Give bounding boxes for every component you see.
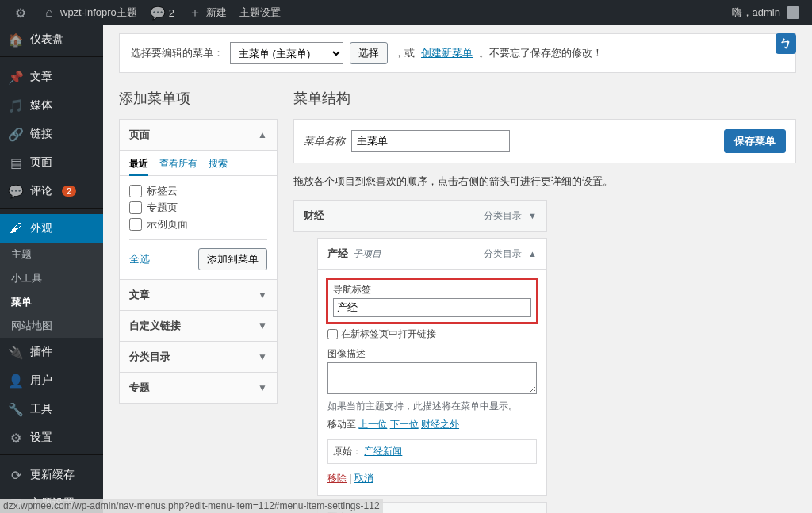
submenu-themes[interactable]: 主题 <box>0 243 103 266</box>
gear-icon: ⚙ <box>8 430 24 446</box>
sidebar-label: 链接 <box>30 127 52 141</box>
check-item-0[interactable]: 标签云 <box>129 184 267 198</box>
menu-header-bar: 菜单名称 保存菜单 <box>293 119 796 163</box>
theme-settings-link[interactable]: 主题设置 <box>233 0 287 25</box>
original-link[interactable]: 产经新闻 <box>364 446 402 457</box>
wrench-icon: 🔧 <box>8 401 24 417</box>
create-new-link[interactable]: 创建新菜单 <box>421 46 473 60</box>
dashboard-icon: 🏠 <box>8 32 24 48</box>
menu-item-settings: 导航标签 在新标签页中打开链接 图像描述 如果当前主题支持，此描述将在菜单中显示… <box>317 270 547 496</box>
image-desc-textarea[interactable] <box>327 362 537 394</box>
menu-select-bar: 选择要编辑的菜单： 主菜单 (主菜单) 选择 ，或 创建新菜单 。不要忘了保存您… <box>119 33 796 73</box>
select-all-link[interactable]: 全选 <box>129 252 150 266</box>
checkbox[interactable] <box>129 218 142 231</box>
sidebar-label: 插件 <box>30 345 52 359</box>
tab-recent[interactable]: 最近 <box>129 157 148 176</box>
sidebar-item-comments[interactable]: 💬评论2 <box>0 177 103 205</box>
nav-label: 导航标签 <box>333 283 531 297</box>
check-label: 标签云 <box>147 184 178 198</box>
sidebar-item-pages[interactable]: ▤页面 <box>0 148 103 177</box>
admin-sidebar: 🏠仪表盘 📌文章 🎵媒体 🔗链接 ▤页面 💬评论2 🖌外观 主题 小工具 菜单 … <box>0 25 103 513</box>
highlight-nav-label: 导航标签 <box>326 278 538 324</box>
select-menu-label: 选择要编辑的菜单： <box>131 46 224 60</box>
sidebar-item-media[interactable]: 🎵媒体 <box>0 91 103 120</box>
add-to-menu-button[interactable]: 添加到菜单 <box>198 248 267 270</box>
sidebar-item-tools[interactable]: 🔧工具 <box>0 395 103 423</box>
check-item-1[interactable]: 专题页 <box>129 201 267 215</box>
browser-status-url: dzx.wpmee.com/wp-admin/nav-menus.php?edi… <box>0 499 383 513</box>
move-down-link[interactable]: 下一位 <box>390 419 419 430</box>
image-desc-label: 图像描述 <box>327 347 537 361</box>
greeting: 嗨，admin <box>732 6 780 20</box>
accordion-head-custom[interactable]: 自定义链接▼ <box>119 310 278 342</box>
menu-name-input[interactable] <box>351 130 510 152</box>
check-item-2[interactable]: 示例页面 <box>129 217 267 232</box>
tab-viewall[interactable]: 查看所有 <box>159 157 197 170</box>
home-icon: ⌂ <box>41 5 57 21</box>
chevron-up-icon: ▲ <box>258 129 267 140</box>
item-type: 分类目录 <box>484 209 522 223</box>
desc-hint: 如果当前主题支持，此描述将在菜单中显示。 <box>327 400 537 413</box>
checkbox[interactable] <box>129 185 142 197</box>
sidebar-item-links[interactable]: 🔗链接 <box>0 120 103 148</box>
sidebar-item-cache[interactable]: ⟳更新缓存 <box>0 461 103 489</box>
new-tab-checkbox[interactable] <box>327 329 338 339</box>
cancel-link[interactable]: 取消 <box>354 473 373 484</box>
original-label: 原始： <box>333 446 362 457</box>
item-type: 分类目录 <box>484 247 522 261</box>
plus-icon: ＋ <box>187 5 203 21</box>
user-icon: 👤 <box>8 373 24 389</box>
submenu-menus[interactable]: 菜单 <box>0 290 103 314</box>
sidebar-item-users[interactable]: 👤用户 <box>0 366 103 395</box>
account-link[interactable]: 嗨，admin <box>726 0 806 25</box>
plugin-icon: 🔌 <box>8 344 24 360</box>
sidebar-item-appearance[interactable]: 🖌外观 <box>0 214 103 243</box>
menu-items-list: 财经 分类目录▼ 产经 子项目 分类目录▲ 导航标签 <box>293 200 796 513</box>
accordion-head-posts[interactable]: 文章▼ <box>119 279 278 311</box>
remove-link[interactable]: 移除 <box>327 473 347 484</box>
select-button[interactable]: 选择 <box>350 42 388 64</box>
sidebar-item-dashboard[interactable]: 🏠仪表盘 <box>0 25 103 54</box>
move-out-link[interactable]: 财经之外 <box>421 419 459 430</box>
media-icon: 🎵 <box>8 98 24 113</box>
sidebar-item-settings[interactable]: ⚙设置 <box>0 423 103 452</box>
sidebar-item-posts[interactable]: 📌文章 <box>0 63 103 91</box>
new-tab-label: 在新标签页中打开链接 <box>341 327 436 341</box>
theme-settings-label: 主题设置 <box>239 6 281 20</box>
menu-item-row[interactable]: 财经 分类目录▼ <box>293 200 547 232</box>
item-subtext: 子项目 <box>353 247 381 261</box>
comments-link[interactable]: 💬2 <box>144 0 181 25</box>
drag-hint: 拖放各个项目到您喜欢的顺序，点击右侧的箭头可进行更详细的设置。 <box>293 174 796 189</box>
new-link[interactable]: ＋新建 <box>181 0 233 25</box>
nav-label-input[interactable] <box>333 298 531 317</box>
accordion-head-topics[interactable]: 专题▼ <box>119 372 278 404</box>
submenu-sitemap[interactable]: 网站地图 <box>0 314 103 338</box>
sidebar-label: 媒体 <box>30 98 52 113</box>
or-text: ，或 <box>394 46 415 60</box>
menu-select[interactable]: 主菜单 (主菜单) <box>230 42 343 64</box>
move-up-link[interactable]: 上一位 <box>358 419 387 430</box>
accordion-label: 页面 <box>129 128 150 142</box>
wordpress-icon: ⚙ <box>13 5 29 21</box>
accordion-head-pages[interactable]: 页面▲ <box>119 119 278 151</box>
accordion-head-categories[interactable]: 分类目录▼ <box>119 341 278 373</box>
comment-badge: 2 <box>62 186 76 197</box>
sidebar-label: 仪表盘 <box>30 33 63 47</box>
sidebar-label: 用户 <box>30 373 52 388</box>
new-label: 新建 <box>206 6 227 20</box>
chevron-down-icon: ▼ <box>258 320 267 331</box>
submenu-widgets[interactable]: 小工具 <box>0 266 103 290</box>
chevron-up-icon: ▲ <box>528 249 537 258</box>
ime-indicator[interactable]: ㄅ <box>776 33 796 54</box>
site-link[interactable]: ⌂wpzt-infopro主题 <box>35 0 144 25</box>
move-label: 移动至 <box>327 419 356 430</box>
check-label: 示例页面 <box>147 217 188 232</box>
tab-search[interactable]: 搜索 <box>209 157 228 170</box>
sidebar-item-plugins[interactable]: 🔌插件 <box>0 338 103 366</box>
page-check-list: 标签云 专题页 示例页面 <box>129 184 267 232</box>
menu-item-row[interactable]: 产经 子项目 分类目录▲ <box>317 238 547 270</box>
checkbox[interactable] <box>129 201 142 214</box>
save-menu-button[interactable]: 保存菜单 <box>724 129 786 153</box>
dont-forget-text: 。不要忘了保存您的修改！ <box>479 46 603 60</box>
wp-logo[interactable]: ⚙ <box>6 0 35 25</box>
